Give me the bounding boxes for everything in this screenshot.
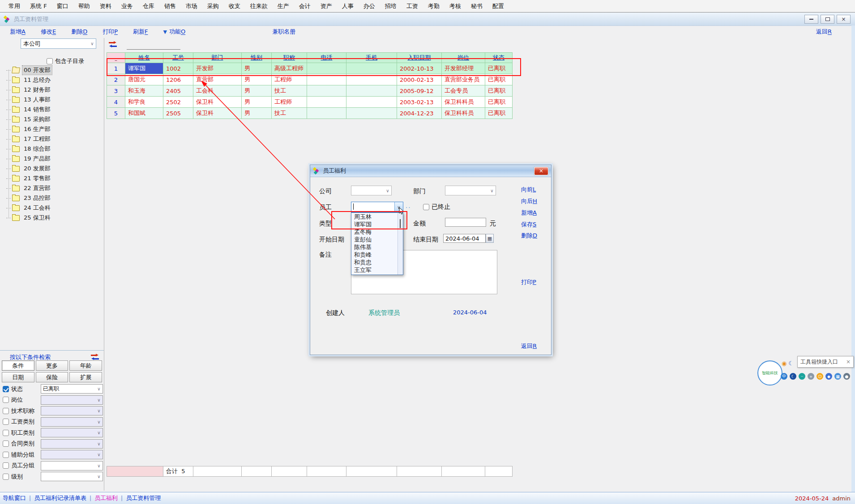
statusbar-item[interactable]: 员工福利记录清单表 — [34, 494, 86, 502]
table-row[interactable]: 4和学良2502保卫科男工程师2003-02-13保卫科科员已离职 — [107, 97, 513, 108]
function-button[interactable]: ▼功能O — [163, 28, 185, 36]
employee-more-button[interactable]: ·· — [406, 204, 411, 211]
filter-combo[interactable]: ∨ — [41, 395, 103, 405]
column-header[interactable]: 职称 — [272, 52, 307, 63]
tree-item[interactable]: 16 生产部 — [6, 124, 101, 134]
employee-combo[interactable]: ∨ — [351, 202, 403, 212]
menu-item[interactable]: 人事 — [337, 2, 359, 10]
close-button[interactable]: × — [837, 15, 851, 24]
menu-item[interactable]: 业务 — [116, 2, 138, 10]
menu-item[interactable]: 系统 F — [25, 2, 52, 10]
menu-item[interactable]: 办公 — [359, 2, 380, 10]
tree-item[interactable]: 13 人事部 — [6, 95, 101, 105]
back-button[interactable]: 返回R — [816, 28, 832, 36]
column-header[interactable]: 性别 — [242, 52, 272, 63]
column-header[interactable]: 岗位 — [442, 52, 485, 63]
filter-combo[interactable]: ∨ — [41, 461, 103, 470]
dropdown-option[interactable]: 和贵峰 — [351, 251, 403, 258]
column-header[interactable]: 状态 — [485, 52, 513, 63]
tree-item[interactable]: 23 品控部 — [6, 193, 101, 203]
dots-icon[interactable]: ·· — [799, 373, 805, 380]
filter-checkbox[interactable] — [3, 430, 9, 436]
column-header[interactable]: 入职日期 — [397, 52, 442, 63]
menu-item[interactable]: 市场 — [181, 2, 202, 10]
toolbar-button[interactable]: 修改E — [41, 28, 56, 36]
tool-icon[interactable]: + — [808, 373, 814, 380]
tree-item[interactable]: 00 开发部 — [6, 65, 101, 75]
filter-tab-btn[interactable]: 年龄 — [69, 360, 102, 371]
dialog-back-button[interactable]: 返回R — [521, 342, 537, 350]
filter-checkbox[interactable] — [3, 419, 9, 425]
calendar-button[interactable]: ▦ — [486, 234, 494, 243]
toolbar-button[interactable]: 新增A — [10, 28, 26, 36]
restore-button[interactable] — [821, 15, 834, 24]
toolbar-button[interactable]: 打印P — [103, 28, 118, 36]
table-row[interactable]: 3和玉海2405工会科男技工2005-09-12工会专员已离职 — [107, 85, 513, 97]
dialog-title-bar[interactable]: 员工福利 × — [310, 165, 551, 177]
column-header[interactable]: 姓名 — [125, 52, 163, 63]
tree-item[interactable]: 20 发展部 — [6, 164, 101, 174]
company-combo[interactable]: 本公司 ∨ — [21, 38, 96, 49]
dialog-side-button[interactable]: 向后H — [521, 197, 537, 205]
tooltip-close-icon[interactable]: × — [846, 359, 851, 365]
end-date-input[interactable]: 2024-06-04 — [443, 234, 486, 243]
smiley-icon[interactable]: ☺ — [817, 373, 823, 380]
statusbar-item[interactable]: 员工资料管理 — [126, 494, 161, 502]
menu-item[interactable]: 窗口 — [52, 2, 73, 10]
filter-tab-btn[interactable]: 保险 — [36, 372, 68, 382]
moon-icon[interactable]: ☾ — [790, 373, 796, 380]
quick-search-field[interactable] — [127, 43, 180, 50]
minimize-button[interactable] — [804, 15, 818, 24]
tree-item[interactable]: 21 零售部 — [6, 174, 101, 183]
filter-tab-btn[interactable]: 条件 — [2, 360, 34, 371]
amount-input[interactable] — [445, 218, 486, 227]
filter-checkbox[interactable] — [3, 408, 9, 414]
tree-item[interactable]: 15 采购部 — [6, 114, 101, 124]
menu-item[interactable]: 配置 — [487, 2, 509, 10]
filter-checkbox[interactable] — [3, 462, 9, 469]
include-subfolders-checkbox[interactable] — [47, 58, 53, 64]
parttime-roster-button[interactable]: 兼职名册 — [272, 28, 295, 36]
menu-item[interactable]: 采购 — [202, 2, 224, 10]
menu-item[interactable]: 资料 — [95, 2, 116, 10]
column-header[interactable]: 部门 — [193, 52, 242, 63]
tree-item[interactable]: 12 财务部 — [6, 85, 101, 95]
filter-tab-btn[interactable]: 扩展 — [69, 372, 102, 382]
filter-combo[interactable]: ∨ — [41, 472, 103, 481]
menu-item[interactable]: 常用 — [4, 2, 25, 10]
dropdown-option[interactable]: 童彭仙 — [351, 236, 403, 243]
refresh-sync-icon[interactable] — [109, 41, 117, 48]
tree-item[interactable]: 22 直营部 — [6, 183, 101, 193]
filter-combo[interactable]: ∨ — [41, 439, 103, 449]
filter-checkbox[interactable] — [3, 397, 9, 403]
tree-item[interactable]: 24 工会科 — [6, 203, 101, 213]
column-header[interactable]: 工号 — [163, 52, 193, 63]
menu-item[interactable]: 生产 — [273, 2, 294, 10]
dropdown-option[interactable]: 陈伟基 — [351, 243, 403, 251]
tree-item[interactable]: 14 销售部 — [6, 105, 101, 114]
menu-item[interactable]: 帮助 — [73, 2, 95, 10]
filter-checkbox[interactable] — [3, 474, 9, 480]
table-row[interactable]: 5和国斌2505保卫科男技工2004-12-23保卫科科员已离职 — [107, 108, 513, 119]
tree-item[interactable]: 11 总经办 — [6, 75, 101, 85]
dialog-side-button[interactable]: 删除D — [521, 232, 537, 240]
menu-item[interactable]: 会计 — [294, 2, 316, 10]
filter-tab-btn[interactable]: 更多 — [36, 360, 68, 371]
dialog-department-combo[interactable]: ∨ — [445, 186, 496, 195]
dropdown-option[interactable]: 和贵忠 — [351, 258, 403, 266]
filter-tab-btn[interactable]: 日期 — [2, 372, 34, 382]
include-subfolders-option[interactable]: 包含子目录 — [47, 57, 84, 65]
menu-item[interactable]: 销售 — [159, 2, 181, 10]
filter-sync-icon[interactable] — [91, 354, 99, 360]
filter-checkbox[interactable] — [3, 386, 9, 392]
menu-item[interactable]: 仓库 — [138, 2, 159, 10]
dropdown-option[interactable]: 周玉林 — [351, 213, 403, 220]
grid-icon[interactable]: ▦ — [834, 373, 841, 380]
filter-combo[interactable]: ∨ — [41, 450, 103, 459]
moon-icon[interactable]: ☾ — [788, 360, 794, 366]
dialog-side-button[interactable]: 打印P — [521, 278, 536, 286]
column-header[interactable]: 手机 — [346, 52, 397, 63]
dropdown-option[interactable]: 孟冬梅 — [351, 228, 403, 236]
toolbar-button[interactable]: 删除D — [71, 28, 87, 36]
menu-item[interactable]: 工资 — [402, 2, 423, 10]
